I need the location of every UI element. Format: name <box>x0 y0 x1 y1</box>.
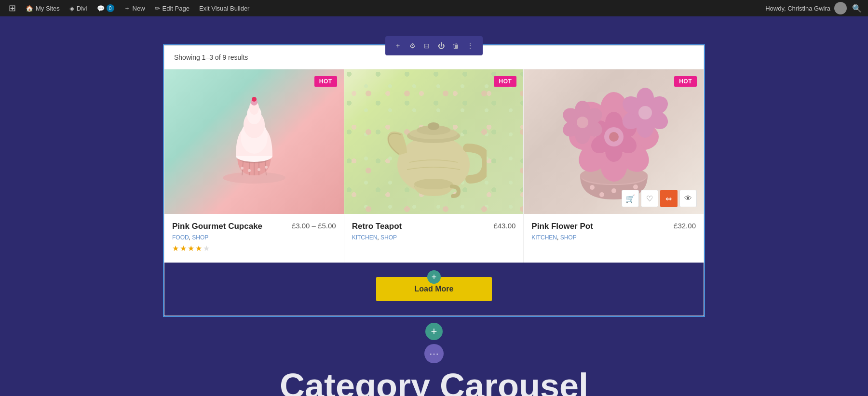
category-heading-text: Category Carousel <box>280 367 588 396</box>
exit-builder-label: Exit Visual Builder <box>199 5 250 12</box>
product-name-flowerpot: Pink Flower Pot <box>531 222 674 231</box>
plus-icon: ＋ <box>124 4 130 13</box>
add-section-button[interactable]: + <box>425 323 443 340</box>
new-menu[interactable]: ＋ New <box>120 0 149 16</box>
product-name-cupcake: Pink Gourmet Cupcake <box>172 222 292 231</box>
divi-label: Divi <box>77 5 87 12</box>
svg-point-14 <box>248 169 251 172</box>
comment-icon: 💬 <box>97 5 105 12</box>
toolbar-layout-btn[interactable]: ⊟ <box>420 39 434 53</box>
product-info-flowerpot: Pink Flower Pot £32.00 KITCHEN, SHOP <box>524 214 704 251</box>
cat-kitchen-2[interactable]: KITCHEN <box>531 234 557 241</box>
svg-point-47 <box>609 132 619 142</box>
svg-point-16 <box>265 166 268 169</box>
product-cats-cupcake: FOOD, SHOP <box>172 234 336 241</box>
add-to-cart-btn[interactable]: 🛒 <box>622 190 639 207</box>
load-more-wrapper: + Load More <box>376 277 492 301</box>
svg-point-23 <box>414 179 453 189</box>
product-rating-cupcake: ★ ★ ★ ★ ★ <box>172 244 210 253</box>
star-1: ★ <box>172 244 179 253</box>
product-card-teapot: HOT Retro Teapot £43.00 KITCHEN, SHOP <box>344 69 524 263</box>
product-info-teapot: Retro Teapot £43.00 KITCHEN, SHOP <box>344 214 524 251</box>
svg-point-27 <box>611 188 616 193</box>
my-sites-label: My Sites <box>36 5 60 12</box>
product-card-cupcake: HOT Pink Gourmet Cupcake £3.00 – £5.00 F… <box>164 69 344 263</box>
toolbar-settings-btn[interactable]: ⚙ <box>406 39 419 53</box>
divi-icon: ◈ <box>69 5 74 12</box>
wp-icon: ⊞ <box>9 3 16 13</box>
svg-point-12 <box>252 97 257 102</box>
user-avatar[interactable] <box>834 2 847 14</box>
shop-module: ＋ ⚙ ⊟ ⏻ 🗑 ⋮ Showing 1–3 of 9 results <box>164 45 704 316</box>
search-icon[interactable]: 🔍 <box>851 2 863 14</box>
cat-shop-1[interactable]: SHOP <box>192 234 208 241</box>
admin-bar-right: Howdy, Christina Gwira 🔍 <box>765 2 863 14</box>
product-image-flowerpot[interactable]: HOT 🛒 ♡ ⇔ 👁 <box>524 69 704 214</box>
cupcake-illustration <box>211 89 298 195</box>
toolbar-more-btn[interactable]: ⋮ <box>463 39 477 53</box>
star-5: ★ <box>203 244 210 253</box>
toolbar-power-btn[interactable]: ⏻ <box>434 39 448 53</box>
products-grid: HOT Pink Gourmet Cupcake £3.00 – £5.00 F… <box>164 69 704 263</box>
svg-point-21 <box>428 122 439 130</box>
teapot-illustration <box>380 78 487 203</box>
flower-container <box>551 74 677 209</box>
product-name-teapot: Retro Teapot <box>352 222 494 231</box>
product-price-cupcake: £3.00 – £5.00 <box>292 222 336 230</box>
quickview-btn[interactable]: 👁 <box>679 190 697 207</box>
teapot-background <box>344 69 524 214</box>
bottom-controls: + ⋯ <box>424 323 444 363</box>
product-cats-teapot: KITCHEN, SHOP <box>352 234 516 241</box>
svg-point-63 <box>577 117 588 128</box>
user-greeting: Howdy, Christina Gwira <box>765 5 830 12</box>
cat-food[interactable]: FOOD <box>172 234 189 241</box>
page-background: ＋ ⚙ ⊟ ⏻ 🗑 ⋮ Showing 1–3 of 9 results <box>0 16 868 396</box>
module-toolbar: ＋ ⚙ ⊟ ⏻ 🗑 ⋮ <box>385 36 483 55</box>
hot-badge-teapot: HOT <box>494 76 516 87</box>
wp-logo[interactable]: ⊞ <box>5 0 20 16</box>
product-price-flowerpot: £32.00 <box>674 222 696 230</box>
product-cats-flowerpot: KITCHEN, SHOP <box>531 234 696 241</box>
cupcake-background <box>164 69 344 214</box>
cat-shop-2[interactable]: SHOP <box>380 234 397 241</box>
svg-point-15 <box>258 168 260 171</box>
load-more-section: + Load More <box>164 263 704 316</box>
star-2: ★ <box>180 244 187 253</box>
product-info-cupcake: Pink Gourmet Cupcake £3.00 – £5.00 FOOD,… <box>164 214 344 263</box>
product-actions-flowerpot: 🛒 ♡ ⇔ 👁 <box>622 190 697 207</box>
star-3: ★ <box>188 244 194 253</box>
exit-builder-menu[interactable]: Exit Visual Builder <box>195 0 254 16</box>
divi-menu[interactable]: ◈ Divi <box>66 0 91 16</box>
results-text: Showing 1–3 of 9 results <box>174 53 248 61</box>
toolbar-add-btn[interactable]: ＋ <box>391 39 405 53</box>
flower-illustration <box>551 74 677 209</box>
admin-bar: ⊞ 🏠 My Sites ◈ Divi 💬 0 ＋ New ✏ Edit Pag… <box>0 0 868 16</box>
home-icon: 🏠 <box>26 5 33 12</box>
cat-kitchen-1[interactable]: KITCHEN <box>352 234 378 241</box>
teapot-container <box>380 78 487 205</box>
product-image-teapot[interactable]: HOT <box>344 69 524 214</box>
product-price-teapot: £43.00 <box>493 222 515 230</box>
wishlist-btn[interactable]: ♡ <box>641 190 658 207</box>
edit-page-label: Edit Page <box>163 5 190 12</box>
svg-point-55 <box>638 106 652 119</box>
category-heading: Category Carousel <box>0 369 868 396</box>
my-sites-menu[interactable]: 🏠 My Sites <box>22 0 64 16</box>
star-4: ★ <box>195 244 202 253</box>
product-card-flowerpot: HOT 🛒 ♡ ⇔ 👁 Pink Flower Pot £32.00 KITCH… <box>524 69 704 263</box>
options-button[interactable]: ⋯ <box>424 344 444 363</box>
new-label: New <box>133 5 145 12</box>
edit-icon: ✏ <box>155 5 160 12</box>
comment-count: 0 <box>107 4 114 12</box>
product-image-cupcake[interactable]: HOT <box>164 69 344 214</box>
hot-badge-flowerpot: HOT <box>674 76 697 87</box>
edit-page-menu[interactable]: ✏ Edit Page <box>151 0 193 16</box>
svg-point-13 <box>241 167 244 170</box>
toolbar-delete-btn[interactable]: 🗑 <box>449 39 462 53</box>
comments-menu[interactable]: 💬 0 <box>93 0 118 16</box>
load-more-plus-icon: + <box>427 270 441 284</box>
cat-shop-3[interactable]: SHOP <box>560 234 577 241</box>
compare-btn[interactable]: ⇔ <box>660 190 678 207</box>
hot-badge-cupcake: HOT <box>314 76 337 87</box>
svg-point-25 <box>590 185 595 190</box>
